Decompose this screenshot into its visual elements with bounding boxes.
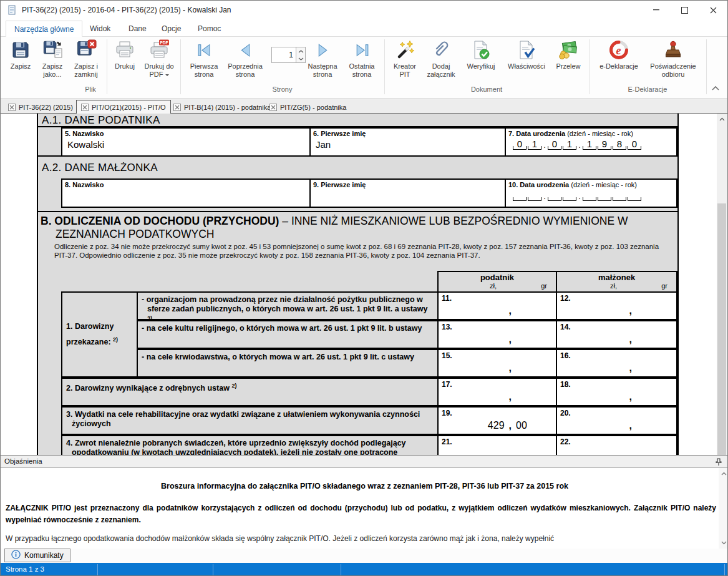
save-button[interactable]: Zapisz [6, 38, 36, 71]
komunikaty-tab[interactable]: Komunikaty [4, 549, 70, 562]
pin-icon[interactable] [715, 457, 722, 469]
magic-wand-icon [395, 38, 415, 62]
close-tab-icon[interactable] [173, 104, 181, 111]
field-18[interactable]: 18. , [556, 378, 677, 406]
doc-tab-pit36[interactable]: PIT-36(22) (2015) [4, 101, 77, 113]
objasnienia-panel-header[interactable]: Objaśnienia [1, 455, 727, 468]
close-tab-icon[interactable] [8, 104, 16, 111]
form-vertical-scrollbar[interactable] [717, 114, 727, 455]
field-12[interactable]: 12. , [556, 291, 677, 320]
last-page-icon [354, 38, 371, 62]
transfer-button[interactable]: Przelew [552, 38, 585, 71]
field-6-pierwsze-imie[interactable]: 6. Pierwsze imię Jan [309, 127, 506, 157]
status-bar: Strona 1 z 3 [1, 563, 727, 576]
printer-icon [115, 38, 135, 62]
field-10-data-urodzenia[interactable]: 10. Data urodzenia (dzień - miesiąc - ro… [505, 178, 677, 208]
first-page-button[interactable]: Pierwsza strona [185, 38, 223, 79]
ribbon-tab-bar: Narzędzia główne Widok Dane Opcje Pomoc [1, 19, 727, 37]
toolbar-separator [706, 39, 707, 94]
save-and-close-button[interactable]: Zapisz i zamknij [68, 38, 104, 79]
collapse-ribbon-icon[interactable] [711, 83, 720, 94]
svg-text:PDF: PDF [160, 41, 168, 45]
tab-pomoc[interactable]: Pomoc [190, 22, 229, 36]
save-close-icon [75, 38, 97, 62]
row1c-description: - na cele krwiodawstwa, o których mowa w… [137, 349, 439, 378]
field-14[interactable]: 14. , [556, 320, 677, 349]
doc-tab-pit-b[interactable]: PIT-B(14) (2015) - podatnika [169, 101, 275, 113]
group-label-edeklaracje: E-Deklaracje [589, 85, 706, 93]
panel-vertical-scrollbar[interactable] [719, 468, 728, 549]
previous-page-icon [237, 38, 254, 62]
objasnienia-panel-content: Broszura informacyjna do załącznika PIT/… [1, 468, 728, 549]
app-document-icon [7, 5, 17, 15]
add-attachment-button[interactable]: Dodaj załącznik [424, 38, 459, 79]
field-11[interactable]: 11. , [437, 291, 557, 320]
row1-label-darowizny: 1. Darowiznyprzekazane: 2) [61, 291, 138, 378]
tab-widok[interactable]: Widok [82, 22, 119, 36]
section-b-note: Odliczenie z poz. 34 nie może przekroczy… [54, 242, 669, 260]
field-8-nazwisko[interactable]: 8. Nazwisko [61, 178, 311, 208]
scrollbar-thumb[interactable] [717, 203, 726, 455]
tab-narzedzia-glowne[interactable]: Narzędzia główne [6, 21, 82, 37]
previous-page-button[interactable]: Poprzednia strona [224, 38, 266, 79]
brochure-heading: Broszura informacyjna do załącznika PIT/… [38, 482, 691, 491]
document-tab-bar: PIT-36(22) (2015) PIT/O(21)(2015) - PIT/… [1, 99, 727, 114]
receipt-confirmation-button[interactable]: Poświadczenie odbioru [644, 38, 702, 79]
svg-text:e: e [616, 44, 621, 57]
date-digit-boxes: .. [512, 190, 676, 201]
verify-button[interactable]: Weryfikuj [461, 38, 501, 71]
properties-button[interactable]: Właściwości [503, 38, 550, 71]
page-number-input[interactable] [271, 47, 296, 63]
e-deklaracje-button[interactable]: e e-Deklaracje [596, 38, 641, 71]
minimize-button[interactable] [642, 1, 670, 19]
info-icon [11, 550, 21, 561]
bottom-tab-row: Komunikaty [1, 549, 727, 563]
field-7-data-urodzenia[interactable]: 7. Data urodzenia (dzień - miesiąc - rok… [505, 127, 677, 157]
dropdown-arrow-icon [165, 74, 169, 78]
doc-tab-pit-zg[interactable]: PIT/ZG(5) - podatnika [265, 101, 351, 113]
verify-document-icon [471, 38, 491, 62]
doc-tab-pit-o[interactable]: PIT/O(21)(2015) - PIT/O [76, 100, 171, 114]
stamp-icon [663, 38, 683, 62]
field-17[interactable]: 17. , [437, 378, 557, 406]
group-label-dokument: Dokument [384, 85, 589, 93]
column-header-podatnik: podatnik zł,gr [437, 271, 557, 293]
scroll-up-icon[interactable] [717, 114, 727, 124]
maximize-button[interactable] [671, 1, 699, 19]
print-button[interactable]: Drukuj [110, 38, 139, 71]
section-a1-title: A.1. DANE PODATNIKA [42, 114, 160, 127]
row3-description: 3. Wydatki na cele rehabilitacyjne oraz … [61, 406, 439, 435]
row4-description: 4. Zwrot nienależnie pobranych świadczeń… [61, 435, 439, 455]
print-to-pdf-button[interactable]: PDF Drukuj do PDF [140, 38, 178, 79]
last-page-button[interactable]: Ostatnia strona [344, 38, 380, 79]
field-13[interactable]: 13. , [437, 320, 557, 349]
row1a-description: - organizacjom na prowadzoną przez nie d… [137, 291, 439, 320]
field-5-nazwisko[interactable]: 5. Nazwisko Kowalski [61, 127, 311, 157]
group-label-plik: Plik [1, 85, 180, 93]
save-as-icon [42, 38, 63, 62]
page-status: Strona 1 z 3 [6, 565, 44, 573]
panel-title: Objaśnienia [4, 457, 42, 465]
close-tab-icon[interactable] [81, 104, 89, 111]
field-9-pierwsze-imie[interactable]: 9. Pierwsze imię [309, 178, 506, 208]
close-tab-icon[interactable] [269, 104, 277, 111]
tab-dane[interactable]: Dane [120, 22, 155, 36]
scroll-up-icon[interactable] [719, 469, 728, 478]
field-20[interactable]: 20. , [556, 406, 677, 435]
field-19[interactable]: 19. 429,00 [437, 406, 557, 435]
close-button[interactable] [699, 1, 727, 19]
save-as-button[interactable]: Zapisz jako... [37, 38, 68, 79]
field-16[interactable]: 16. , [556, 349, 677, 378]
date-digit-boxes: 01.01.1980 [512, 139, 676, 150]
pit-wizard-button[interactable]: Kreator PIT [387, 38, 422, 79]
scroll-down-icon[interactable] [719, 539, 728, 547]
field-22[interactable]: 22. , [556, 435, 677, 455]
next-page-icon [314, 38, 331, 62]
next-page-button[interactable]: Następna strona [303, 38, 342, 79]
save-icon [11, 38, 31, 62]
application-window: PIT-36(22) (2015) - 2016-04 - PIT-36(22)… [0, 0, 728, 576]
form-viewer: A.1. DANE PODATNIKA 5. Nazwisko Kowalski… [1, 114, 728, 455]
field-21[interactable]: 21. , [437, 435, 557, 455]
field-15[interactable]: 15. , [437, 349, 557, 378]
tab-opcje[interactable]: Opcje [153, 22, 189, 36]
